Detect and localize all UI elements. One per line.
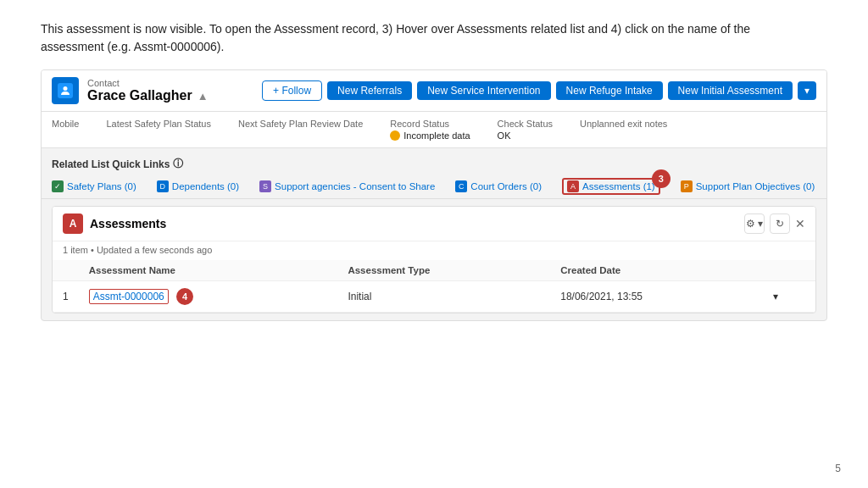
col-assessment-type: Assessment Type <box>337 260 550 281</box>
support-plan-label: Support Plan Objectives (0) <box>696 181 815 191</box>
exit-notes-label: Unplanned exit notes <box>580 119 667 129</box>
support-plan-icon: P <box>681 180 693 192</box>
mobile-label: Mobile <box>52 119 79 129</box>
assessment-type-cell: Initial <box>337 281 550 313</box>
assessment-name-cell: Assmt-0000006 4 <box>79 281 338 313</box>
assessments-subtitle: 1 item • Updated a few seconds ago <box>53 241 815 260</box>
assessments-quick-icon: A <box>567 180 579 192</box>
assessments-title-area: A Assessments <box>63 214 166 234</box>
safety-plan-label: Latest Safety Plan Status <box>106 119 211 129</box>
new-referrals-button[interactable]: New Referrals <box>327 81 412 100</box>
instruction-text: This assessment is now visible. To open … <box>41 20 770 56</box>
support-agencies-label: Support agencies - Consent to Share <box>275 181 435 191</box>
contact-header-actions: + Follow New Referrals New Service Inter… <box>262 80 816 101</box>
meta-mobile: Mobile <box>52 119 79 141</box>
col-actions <box>763 260 815 281</box>
contact-alert-icon: ▲ <box>198 90 209 103</box>
court-orders-label: Court Orders (0) <box>470 181 542 191</box>
record-status-value: Incomplete data <box>390 130 470 141</box>
info-icon: ⓘ <box>173 157 183 171</box>
dependents-icon: D <box>157 180 169 192</box>
meta-review-date: Next Safety Plan Review Date <box>238 119 363 141</box>
settings-button[interactable]: ⚙ ▾ <box>744 214 765 234</box>
assessments-panel-title: Assessments <box>90 217 166 230</box>
page-number: 5 <box>835 463 841 474</box>
record-status-label: Record Status <box>390 119 470 129</box>
close-button[interactable]: ✕ <box>795 217 805 230</box>
contact-icon <box>52 77 79 104</box>
quick-link-support-plan[interactable]: P Support Plan Objectives (0) <box>681 178 815 195</box>
dependents-label: Dependents (0) <box>172 181 239 191</box>
new-initial-assessment-button[interactable]: New Initial Assessment <box>668 81 793 100</box>
assessments-quick-label: Assessments (1) <box>582 181 655 191</box>
check-status-label: Check Status <box>498 119 553 129</box>
col-created-date: Created Date <box>550 260 762 281</box>
contact-header-left: Contact Grace Gallagher ▲ <box>52 77 209 104</box>
safety-plans-label: Safety Plans (0) <box>67 181 136 191</box>
table-row: 1 Assmt-0000006 4 Initial 18/06/2021, 13… <box>53 281 815 313</box>
support-agencies-icon: S <box>259 180 271 192</box>
meta-check-status: Check Status OK <box>498 119 553 141</box>
meta-record-status: Record Status Incomplete data <box>390 119 470 141</box>
quick-link-court-orders[interactable]: C Court Orders (0) <box>455 178 542 195</box>
new-refuge-intake-button[interactable]: New Refuge Intake <box>556 81 663 100</box>
safety-plans-icon: ✓ <box>52 180 64 192</box>
quick-link-safety-plans[interactable]: ✓ Safety Plans (0) <box>52 178 136 195</box>
contact-info: Contact Grace Gallagher ▲ <box>87 78 209 103</box>
actions-dropdown-button[interactable]: ▾ <box>798 81 816 100</box>
quick-links-list: ✓ Safety Plans (0) D Dependents (0) S Su… <box>52 178 816 195</box>
assessment-created-date-cell: 18/06/2021, 13:55 <box>550 281 762 313</box>
meta-safety-plan: Latest Safety Plan Status <box>106 119 211 141</box>
table-header-row: Assessment Name Assessment Type Created … <box>53 260 815 281</box>
court-orders-icon: C <box>455 180 467 192</box>
assessments-panel: A Assessments ⚙ ▾ ↻ ✕ 1 item • Updated a… <box>52 206 816 313</box>
assessments-panel-icon: A <box>63 214 83 234</box>
meta-bar: Mobile Latest Safety Plan Status Next Sa… <box>42 112 826 148</box>
quick-link-assessments[interactable]: A Assessments (1) 3 <box>562 178 660 195</box>
quick-link-support-agencies[interactable]: S Support agencies - Consent to Share <box>259 178 435 195</box>
check-status-value: OK <box>498 130 553 141</box>
contact-label: Contact <box>87 78 209 88</box>
quick-links-bar: Related List Quick Links ⓘ ✓ Safety Plan… <box>42 148 826 199</box>
review-date-label: Next Safety Plan Review Date <box>238 119 363 129</box>
contact-header: Contact Grace Gallagher ▲ + Follow New R… <box>42 70 826 112</box>
assessments-table: Assessment Name Assessment Type Created … <box>53 260 815 313</box>
assessment-name-link[interactable]: Assmt-0000006 <box>89 289 169 304</box>
quick-links-title: Related List Quick Links ⓘ <box>52 157 816 171</box>
meta-exit-notes: Unplanned exit notes <box>580 119 667 141</box>
assessments-panel-header: A Assessments ⚙ ▾ ↻ ✕ <box>53 207 815 241</box>
assessments-badge-3: 3 <box>652 169 670 188</box>
assessment-row-actions: ▾ <box>763 281 815 313</box>
badge-4: 4 <box>176 288 193 305</box>
row-number: 1 <box>53 281 79 313</box>
follow-button[interactable]: + Follow <box>262 80 322 101</box>
sf-ui-container: Contact Grace Gallagher ▲ + Follow New R… <box>41 69 827 321</box>
refresh-button[interactable]: ↻ <box>770 214 790 234</box>
assessments-panel-actions: ⚙ ▾ ↻ ✕ <box>744 214 805 234</box>
new-service-intervention-button[interactable]: New Service Intervention <box>417 81 550 100</box>
quick-link-dependents[interactable]: D Dependents (0) <box>157 178 239 195</box>
col-number <box>53 260 79 281</box>
col-assessment-name: Assessment Name <box>79 260 338 281</box>
status-dot <box>390 130 400 141</box>
contact-name: Grace Gallagher ▲ <box>87 88 209 103</box>
